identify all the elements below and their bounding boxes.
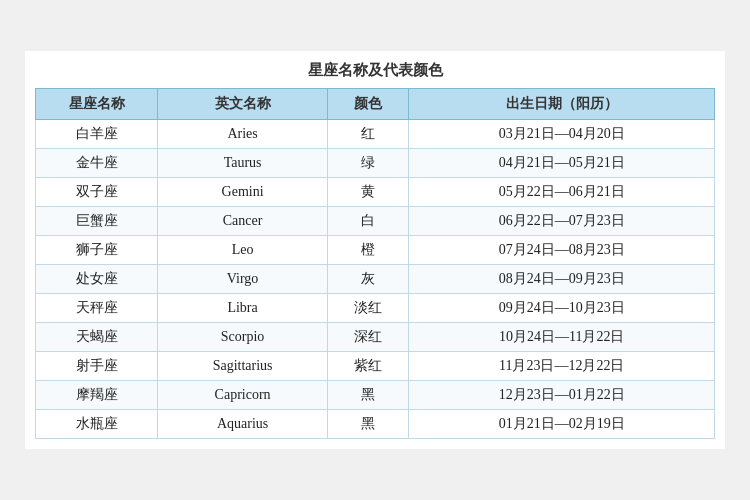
cell-chinese: 双子座 <box>36 178 158 207</box>
table-row: 双子座Gemini黄05月22日—06月21日 <box>36 178 715 207</box>
cell-date: 10月24日—11月22日 <box>409 323 715 352</box>
table-row: 金牛座Taurus绿04月21日—05月21日 <box>36 149 715 178</box>
cell-date: 07月24日—08月23日 <box>409 236 715 265</box>
cell-english: Virgo <box>158 265 328 294</box>
cell-date: 09月24日—10月23日 <box>409 294 715 323</box>
cell-chinese: 天秤座 <box>36 294 158 323</box>
cell-color: 深红 <box>327 323 408 352</box>
table-row: 天秤座Libra淡红09月24日—10月23日 <box>36 294 715 323</box>
header-color: 颜色 <box>327 89 408 120</box>
page-title: 星座名称及代表颜色 <box>35 61 715 80</box>
cell-english: Aquarius <box>158 410 328 439</box>
cell-english: Libra <box>158 294 328 323</box>
cell-color: 黑 <box>327 410 408 439</box>
cell-chinese: 狮子座 <box>36 236 158 265</box>
cell-color: 红 <box>327 120 408 149</box>
cell-date: 11月23日—12月22日 <box>409 352 715 381</box>
header-chinese: 星座名称 <box>36 89 158 120</box>
cell-chinese: 金牛座 <box>36 149 158 178</box>
cell-chinese: 白羊座 <box>36 120 158 149</box>
table-row: 白羊座Aries红03月21日—04月20日 <box>36 120 715 149</box>
cell-color: 橙 <box>327 236 408 265</box>
cell-english: Cancer <box>158 207 328 236</box>
cell-date: 01月21日—02月19日 <box>409 410 715 439</box>
cell-date: 08月24日—09月23日 <box>409 265 715 294</box>
main-container: 星座名称及代表颜色 星座名称 英文名称 颜色 出生日期（阳历） 白羊座Aries… <box>25 51 725 449</box>
header-date: 出生日期（阳历） <box>409 89 715 120</box>
table-header-row: 星座名称 英文名称 颜色 出生日期（阳历） <box>36 89 715 120</box>
cell-chinese: 天蝎座 <box>36 323 158 352</box>
cell-date: 12月23日—01月22日 <box>409 381 715 410</box>
cell-date: 06月22日—07月23日 <box>409 207 715 236</box>
cell-english: Leo <box>158 236 328 265</box>
cell-chinese: 处女座 <box>36 265 158 294</box>
table-row: 水瓶座Aquarius黑01月21日—02月19日 <box>36 410 715 439</box>
cell-date: 05月22日—06月21日 <box>409 178 715 207</box>
table-row: 天蝎座Scorpio深红10月24日—11月22日 <box>36 323 715 352</box>
cell-color: 灰 <box>327 265 408 294</box>
cell-color: 白 <box>327 207 408 236</box>
cell-english: Taurus <box>158 149 328 178</box>
cell-color: 紫红 <box>327 352 408 381</box>
cell-color: 黑 <box>327 381 408 410</box>
cell-date: 03月21日—04月20日 <box>409 120 715 149</box>
cell-english: Gemini <box>158 178 328 207</box>
cell-english: Scorpio <box>158 323 328 352</box>
header-english: 英文名称 <box>158 89 328 120</box>
table-row: 巨蟹座Cancer白06月22日—07月23日 <box>36 207 715 236</box>
cell-color: 绿 <box>327 149 408 178</box>
cell-english: Aries <box>158 120 328 149</box>
cell-color: 淡红 <box>327 294 408 323</box>
table-row: 射手座Sagittarius紫红11月23日—12月22日 <box>36 352 715 381</box>
cell-english: Sagittarius <box>158 352 328 381</box>
cell-chinese: 射手座 <box>36 352 158 381</box>
table-row: 处女座Virgo灰08月24日—09月23日 <box>36 265 715 294</box>
table-row: 狮子座Leo橙07月24日—08月23日 <box>36 236 715 265</box>
cell-chinese: 水瓶座 <box>36 410 158 439</box>
cell-english: Capricorn <box>158 381 328 410</box>
cell-date: 04月21日—05月21日 <box>409 149 715 178</box>
table-row: 摩羯座Capricorn黑12月23日—01月22日 <box>36 381 715 410</box>
zodiac-table: 星座名称 英文名称 颜色 出生日期（阳历） 白羊座Aries红03月21日—04… <box>35 88 715 439</box>
cell-color: 黄 <box>327 178 408 207</box>
cell-chinese: 摩羯座 <box>36 381 158 410</box>
cell-chinese: 巨蟹座 <box>36 207 158 236</box>
